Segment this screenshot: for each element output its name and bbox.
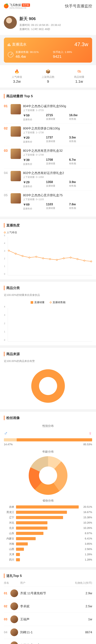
svg-point-4: [36, 256, 37, 257]
product-image[interactable]: [11, 171, 21, 181]
streamer-avatar[interactable]: [4, 16, 17, 29]
section-title: 商品分类: [4, 286, 92, 290]
gift-user-avatar[interactable]: [10, 590, 18, 597]
metric-amt: 7.6w: [69, 202, 92, 206]
metric-vol: 1358: [46, 180, 69, 184]
male-icon: ♂: [4, 430, 8, 436]
metric-amt: 16.0w: [69, 113, 92, 117]
product-image[interactable]: [11, 149, 21, 159]
svg-point-2: [22, 256, 23, 257]
gift-user-avatar[interactable]: [10, 602, 18, 610]
rank-item[interactable]: 03 801中之杰杰有意月饼礼盒32 上下架销量: 0~1708 ￥39直播售价…: [4, 146, 92, 168]
province-name: 四川: [4, 558, 14, 562]
logo: 飞瓜数据 快手版 DATA.FEIGUA.CN: [4, 3, 30, 9]
coin-label: 快币收入: 1.99%: [53, 50, 88, 54]
gift-user-name: 齐观 11号素焦粉节: [20, 591, 77, 595]
province-name: 山东: [4, 532, 14, 535]
metric-price: ￥29: [23, 180, 46, 184]
province-bar: [16, 558, 20, 561]
rank-number: 04: [4, 171, 9, 188]
age-title: 年龄分布: [4, 450, 92, 454]
streamer-name: 新天 906: [19, 16, 92, 22]
gift-user-avatar[interactable]: [10, 628, 18, 636]
female-icon: ♀: [88, 430, 92, 436]
svg-point-8: [63, 258, 64, 259]
product-image[interactable]: [11, 126, 21, 137]
svg-point-3: [29, 257, 30, 258]
province-pct: 3.85%: [80, 542, 92, 545]
province-pct: 6.41%: [80, 537, 92, 540]
gift-row[interactable]: 02 李卓妮 2.5w: [4, 600, 92, 613]
gift-amount: 8674: [77, 630, 92, 634]
age-donut-chart: [29, 456, 67, 495]
rank-item[interactable]: 04 802中之杰杰有好运月饼礼盒2 上下架销量: 0~1358 ￥29直播售价…: [4, 168, 92, 190]
province-row: 河南 3.85%: [4, 542, 92, 546]
province-pct: 1.28%: [80, 558, 92, 561]
svg-point-0: [8, 250, 10, 251]
province-bar: [16, 526, 47, 530]
logo-text: 飞瓜数据: [10, 3, 21, 7]
gift-user-avatar[interactable]: [10, 616, 18, 623]
province-name: 内蒙古: [4, 537, 14, 540]
province-pct: 1.28%: [80, 553, 92, 556]
metric-vol: 1737: [46, 136, 69, 139]
product-name: 804中之杰杰心诚月饼礼盒550g: [23, 104, 92, 108]
svg-point-12: [90, 261, 92, 262]
province-row: 内蒙古 6.41%: [4, 537, 92, 540]
metric-amt: 6.7w: [69, 158, 92, 162]
gift-row[interactable]: 03 王福声 1w: [4, 613, 92, 626]
gift-row[interactable]: 05 大黑塔【906】 7766: [4, 639, 92, 644]
heat-chart: 012345: [8, 237, 92, 275]
stat-value: 3.2w: [1, 80, 32, 84]
gift-user-name: 大黑塔【906】: [20, 643, 77, 644]
source-donut-chart: [31, 369, 65, 403]
province-bar: [16, 537, 36, 540]
province-pct: 16.67%: [80, 511, 92, 514]
gift-user-avatar[interactable]: [10, 642, 18, 644]
province-pct: 20.51%: [80, 506, 92, 508]
rank-item[interactable]: 01 804中之杰杰心诚月饼礼盒550g 上下架销量: 1~2715 ￥59直播…: [4, 102, 92, 124]
sales-label: 直播销售额: 98.01%: [16, 50, 51, 54]
province-name: 天津: [4, 553, 14, 556]
gift-amount: 2.9w: [77, 592, 92, 595]
female-pct: 85.53%: [83, 443, 92, 446]
product-image[interactable]: [11, 104, 21, 114]
province-bar: [16, 542, 28, 546]
gender-title: 性别分布: [4, 424, 92, 428]
rank-item[interactable]: 02 806中之杰煎饼多口味100g 上下架销量: 1~1738 ￥20直播售价…: [4, 124, 92, 146]
svg-point-5: [43, 258, 44, 259]
stat-item: 🛍 商品销量 1.1w: [64, 69, 95, 84]
metric-price: ￥69: [23, 202, 46, 206]
gift-row[interactable]: 04 刘峰11-1 8674: [4, 626, 92, 639]
section-title: 商品销量榜 Top 5: [4, 94, 92, 98]
province-pct: 8.97%: [80, 532, 92, 535]
province-row: 天津 1.28%: [4, 553, 92, 556]
product-image[interactable]: [11, 193, 21, 204]
province-row: 黑龙江 16.67%: [4, 510, 92, 514]
province-row: 吉林 20.51%: [4, 505, 92, 509]
legend-marker-icon: [50, 302, 52, 303]
metric-vol: 1103: [46, 202, 69, 206]
stat-icon: 🛍: [77, 69, 81, 74]
profile-block: 新天 906 直播时间: 09-15 18:58:35 - 20:36:42 直…: [0, 12, 96, 35]
province-name: 河南: [4, 542, 14, 546]
metric-vol: 2715: [46, 113, 69, 117]
stat-label: 人气峰值: [1, 75, 32, 79]
section-title: 送礼Top 5: [4, 574, 92, 578]
province-pct: 10.26%: [80, 521, 92, 524]
metric-price: ￥59: [23, 113, 46, 118]
province-row: 辽宁 15.38%: [4, 516, 92, 519]
rank-item[interactable]: 05 803中之杰杰心意月饼礼盒75 上下架销量: 0~1103 ￥69直播售价…: [4, 190, 92, 213]
province-name: 河北: [4, 521, 14, 524]
gift-table-head: 排名 用户 礼物收入(快币): [4, 581, 92, 587]
gift-amount: 1w: [77, 618, 92, 621]
section-title: 粉丝画像: [4, 416, 92, 420]
source-note: 近100.00%的商品来自有赞: [4, 359, 92, 363]
svg-point-1: [15, 253, 16, 254]
section-title: 商品来源: [4, 352, 92, 356]
stat-icon: 📦: [46, 69, 50, 74]
gift-row[interactable]: 01 齐观 11号素焦粉节 2.9w: [4, 587, 92, 600]
metric-amt: 3.9w: [69, 180, 92, 184]
gift-rank: 05: [4, 644, 10, 644]
province-row: 山东 8.97%: [4, 532, 92, 535]
